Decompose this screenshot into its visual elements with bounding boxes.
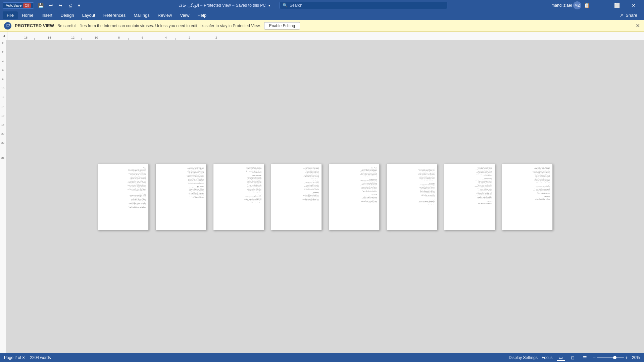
save-status: Saved to this PC [236,3,265,8]
titlebar-right: mahdi ziaei MZ 📋 — ⬜ ✕ [551,0,641,11]
word-count: 2204 words [30,355,51,360]
redo-icon[interactable]: ↪ [57,2,64,9]
search-icon: 🔍 [283,3,288,8]
display-settings-button[interactable]: Display Settings [509,355,538,360]
avatar-initials: MZ [575,3,580,7]
page-3[interactable]: در این فصل به بررسی روش‌های مختلف پاکساز… [213,164,264,230]
page-7-content: این فصل به بررسی قوانین و مقررات مرتبط ب… [444,164,495,230]
shield-icon: 🛡 [4,22,11,30]
ruler-tick [58,38,58,40]
ruler-tick [175,38,176,40]
web-layout-view-button[interactable]: ⊡ [569,354,577,361]
menu-review[interactable]: Review [154,11,176,19]
print-layout-view-button[interactable]: ▭ [557,354,565,361]
vruler-12: 12 [1,96,4,99]
view-mode: Protected View [204,3,231,8]
ruler-tick [152,38,152,40]
protected-view-bar: 🛡 PROTECTED VIEW Be careful—files from t… [0,20,644,32]
page-1-content: کربن خاک در این مطالعه برای بررسی اثرات … [98,164,148,230]
ruler-mark-2a: 2 [189,36,190,39]
vruler-26: 26 [1,156,4,159]
menu-help[interactable]: Help [193,11,210,19]
username: mahdi ziaei [551,3,572,8]
vruler-14: 14 [1,105,4,108]
ruler-mark-2b: 2 [215,36,217,39]
doc-title: آلودگی خاک [179,3,199,8]
focus-button[interactable]: Focus [542,355,553,360]
page-4[interactable]: آلودگی خاک با فلزات سنگین یکی از مشکلات … [271,164,322,230]
zoom-slider[interactable] [597,357,624,358]
autosave-toggle[interactable]: AutoSave Off [3,2,34,9]
page-5[interactable]: کربن خاک در تهران مطالعه آلودگی خاک در م… [329,164,380,230]
minimize-button[interactable]: — [592,0,608,11]
close-protected-bar-icon[interactable]: ✕ [636,22,640,29]
read-mode-view-button[interactable]: ☰ [581,354,589,361]
ruler-tick [34,38,35,40]
menu-mailings[interactable]: Mailings [130,11,154,19]
menu-home[interactable]: Home [18,11,38,19]
page-info: Page 2 of 8 [4,355,24,360]
page-2-content: در این مطالعه به بررسی اثرات مواد آلایند… [156,164,206,230]
page-3-content: در این فصل به بررسی روش‌های مختلف پاکساز… [213,164,264,230]
customize-icon[interactable]: ▾ [77,2,82,9]
share-icon: ↗ [620,13,623,18]
enable-editing-button[interactable]: Enable Editing [264,22,300,30]
vruler-20: 20 [1,132,4,135]
page-1[interactable]: کربن خاک در این مطالعه برای بررسی اثرات … [98,164,149,230]
menubar: File Home Insert Design Layout Reference… [0,11,644,20]
avatar[interactable]: MZ [573,1,581,9]
search-bar: 🔍 Search [280,2,447,9]
undo-icon[interactable]: ↩ [48,2,54,9]
vruler-6: 6 [2,69,3,72]
ruler-mark-8: 8 [118,36,120,39]
page-1-heading: کربن خاک [100,167,146,169]
ruler-mark-18: 18 [24,36,28,39]
horizontal-ruler: ⊿ 18 14 12 10 8 6 4 2 2 [0,32,644,40]
page-4-content: آلودگی خاک با فلزات سنگین یکی از مشکلات … [271,164,321,230]
statusbar-left: Page 2 of 8 2204 words [4,355,51,360]
protected-label: PROTECTED VIEW [15,23,54,28]
vruler-8: 8 [2,78,3,81]
ruler-mark-6: 6 [142,36,143,39]
close-button[interactable]: ✕ [626,0,641,11]
zoom-minus-button[interactable]: − [593,355,596,360]
vruler-22: 22 [1,141,4,144]
ruler-tick [128,38,129,40]
menu-references[interactable]: References [99,11,130,19]
print-icon[interactable]: 🖨 [66,2,74,9]
zoom-plus-button[interactable]: + [625,355,628,360]
save-status-dropdown[interactable]: ▾ [267,3,271,8]
titlebar-center: آلودگی خاک – Protected View – Saved to t… [82,2,551,9]
ruler-tick [199,38,199,40]
ruler-mark-4: 4 [165,36,167,39]
vruler-2b: 2 [2,51,3,54]
maximize-button[interactable]: ⬜ [609,0,625,11]
ruler-left-button[interactable]: ⊿ [0,32,7,40]
document-canvas[interactable]: کربن خاک در این مطالعه برای بررسی اثرات … [6,40,644,353]
zoom-thumb[interactable] [613,356,616,359]
titlebar-left: AutoSave Off 💾 ↩ ↪ 🖨 ▾ [3,2,82,9]
save-icon[interactable]: 💾 [37,2,45,9]
menu-file[interactable]: File [3,11,18,19]
page-6[interactable]: ریه اثرات استنشاق ذرات خاک آلوده بر دستگ… [386,164,437,230]
menu-layout[interactable]: Layout [78,11,99,19]
ruler-mark-12: 12 [71,36,75,39]
share-button[interactable]: ↗ Share [615,11,641,19]
ruler-tick [81,38,82,40]
page-8-content: در این پژوهش با بررسی جامع آلودگی خاک در… [502,164,552,230]
vertical-ruler: 2 2 4 6 8 10 12 14 16 18 20 22 26 [0,40,6,353]
autosave-state: Off [23,3,31,8]
statusbar: Page 2 of 8 2204 words Display Settings … [0,353,644,362]
menu-insert[interactable]: Insert [38,11,57,19]
titlebar: AutoSave Off 💾 ↩ ↪ 🖨 ▾ آلودگی خاک – Prot… [0,0,644,11]
page-7[interactable]: این فصل به بررسی قوانین و مقررات مرتبط ب… [444,164,495,230]
page-2[interactable]: در این مطالعه به بررسی اثرات مواد آلایند… [155,164,206,230]
ribbon-display-icon[interactable]: 📋 [583,2,591,9]
autosave-label: AutoSave [6,3,22,7]
page-8[interactable]: در این پژوهش با بررسی جامع آلودگی خاک در… [502,164,553,230]
menu-view[interactable]: View [176,11,193,19]
vruler-18: 18 [1,123,4,126]
menu-design[interactable]: Design [56,11,78,19]
page-1-subheading: کربن آلی کل در خاک [100,194,146,195]
zoom-control: − + 20% [593,355,640,360]
